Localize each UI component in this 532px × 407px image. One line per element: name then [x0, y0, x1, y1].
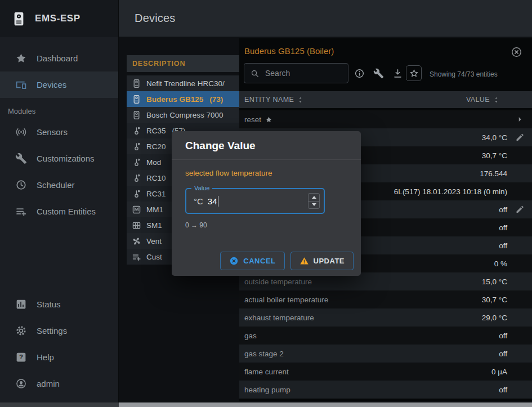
warning-icon	[299, 256, 309, 266]
boiler-icon	[132, 110, 141, 120]
download-icon[interactable]	[392, 68, 403, 79]
sidebar-item-scheduler[interactable]: Scheduler	[0, 172, 118, 198]
sensors-icon	[15, 126, 27, 138]
edit-pencil-icon[interactable]	[515, 205, 525, 214]
topbar: Devices	[119, 0, 532, 37]
sidebar-item-admin[interactable]: admin	[0, 370, 118, 397]
value-unit: °C	[194, 196, 203, 206]
sidebar-item-custom-entities[interactable]: Custom Entities	[0, 198, 118, 225]
sidebar-item-sensors[interactable]: Sensors	[0, 119, 118, 145]
dialog-actions: CANCEL UPDATE	[220, 252, 354, 270]
star-icon	[15, 52, 27, 64]
text-cursor	[218, 196, 219, 207]
sidebar-item-dashboard[interactable]: Dashboard	[0, 45, 118, 71]
entity-search	[244, 63, 348, 83]
devices-icon	[15, 79, 27, 91]
sidebar-item-label: admin	[37, 379, 60, 388]
thermostat-icon	[132, 173, 141, 183]
page-title: Devices	[135, 12, 176, 25]
update-button[interactable]: UPDATE	[290, 252, 354, 270]
wrench-icon	[15, 153, 27, 164]
cancel-circle-icon	[229, 256, 239, 266]
dialog-entity-label: selected flow temperature	[185, 169, 347, 177]
modules-section-label: Modules	[0, 98, 118, 119]
table-row[interactable]: exhaust temperature 29,0 °C	[239, 308, 532, 327]
sidebar-item-customizations[interactable]: Customizations	[0, 145, 118, 172]
entity-table-header: ENTITY NAME VALUE	[239, 91, 532, 108]
favorite-star-icon	[265, 116, 272, 123]
value-input-label: Value	[191, 185, 212, 191]
sidebar-item-label: Help	[37, 352, 54, 362]
search-icon	[250, 69, 260, 78]
value-input[interactable]: Value °C 34	[185, 188, 325, 214]
sidebar-nav: Dashboard Devices Modules Sensors Custom…	[0, 37, 118, 225]
column-entity-name: ENTITY NAME	[244, 96, 305, 104]
spinner-up-icon[interactable]	[309, 194, 319, 202]
sidebar-item-label: Sensors	[37, 127, 68, 137]
search-input[interactable]	[264, 68, 339, 78]
table-row[interactable]: heating pump off	[239, 381, 532, 399]
table-row[interactable]: actual boiler temperature 30,7 °C	[239, 290, 532, 308]
sidebar-item-label: Customizations	[37, 154, 95, 163]
chart-icon	[15, 298, 27, 310]
sidebar-item-settings[interactable]: Settings	[0, 317, 118, 344]
info-icon[interactable]	[354, 68, 365, 79]
sidebar-item-label: Custom Entities	[37, 207, 96, 216]
thermostat-icon	[132, 158, 141, 167]
gear-icon	[15, 325, 27, 337]
value-range-hint: 0 → 90	[185, 221, 347, 229]
device-row-selected[interactable]: Buderus GB125 (73)	[127, 91, 239, 107]
sort-icon[interactable]	[492, 96, 500, 104]
ems-esp-app: Devices EMS-ESP Dashboard Devices Module…	[0, 0, 532, 407]
column-value: VALUE	[466, 96, 507, 104]
sidebar-item-label: Scheduler	[37, 180, 75, 190]
commands-wrench-icon[interactable]	[373, 68, 384, 79]
value-text: 34	[208, 196, 217, 206]
boiler-icon	[132, 79, 141, 88]
thermostat-icon	[132, 126, 141, 136]
dialog-title: Change Value	[172, 131, 361, 160]
sidebar: EMS-ESP Dashboard Devices Modules Sensor…	[0, 0, 119, 407]
caret-right-icon[interactable]	[515, 115, 525, 124]
sidebar-item-devices[interactable]: Devices	[0, 71, 118, 98]
device-row[interactable]: Bosch Compress 7000	[127, 107, 239, 123]
sidebar-item-label: Devices	[37, 80, 66, 90]
table-row[interactable]: reset	[239, 110, 532, 128]
horizontal-scrollbar[interactable]	[0, 402, 532, 407]
fan-icon	[132, 236, 141, 246]
svg-text:?: ?	[19, 354, 23, 360]
table-row[interactable]: gas stage 2 off	[239, 345, 532, 363]
cancel-button[interactable]: CANCEL	[220, 252, 284, 270]
device-detail-title: Buderus GB125 (Boiler)	[244, 46, 334, 56]
app-title: EMS-ESP	[35, 13, 81, 24]
star-outline-icon	[409, 69, 419, 78]
edit-pencil-icon[interactable]	[515, 133, 525, 142]
solar-module-icon	[132, 221, 141, 230]
spinner-down-icon[interactable]	[309, 202, 319, 209]
help-icon: ?	[15, 351, 27, 363]
device-row[interactable]: Nefit Trendline HRC30/	[127, 75, 239, 91]
thermostat-icon	[132, 142, 141, 151]
number-spinner	[308, 193, 320, 209]
account-icon	[15, 378, 27, 390]
change-value-dialog: Change Value selected flow temperature V…	[172, 131, 361, 276]
device-list-header: DESCRIPTION	[127, 55, 239, 72]
sidebar-item-label: Status	[37, 299, 61, 309]
close-icon[interactable]	[511, 46, 522, 58]
mixer-module-icon	[132, 205, 141, 214]
app-logo: EMS-ESP	[0, 0, 118, 37]
sort-icon[interactable]	[296, 96, 305, 104]
table-row[interactable]: gas off	[239, 327, 532, 345]
thermostat-icon	[132, 189, 141, 199]
scrollbar-thumb[interactable]	[119, 402, 532, 407]
list-add-icon	[15, 205, 27, 217]
sidebar-item-label: Dashboard	[37, 53, 78, 63]
clock-icon	[15, 179, 27, 191]
favorites-filter-button[interactable]	[406, 65, 422, 81]
boiler-icon	[132, 95, 141, 104]
entities-count-text: Showing 74/73 entities	[430, 70, 498, 78]
sidebar-item-status[interactable]: Status	[0, 291, 118, 317]
table-row[interactable]: flame current 0 µA	[239, 363, 532, 381]
sidebar-item-help[interactable]: ? Help	[0, 344, 118, 370]
sidebar-bottom: Status Settings ? Help admin	[0, 291, 118, 397]
